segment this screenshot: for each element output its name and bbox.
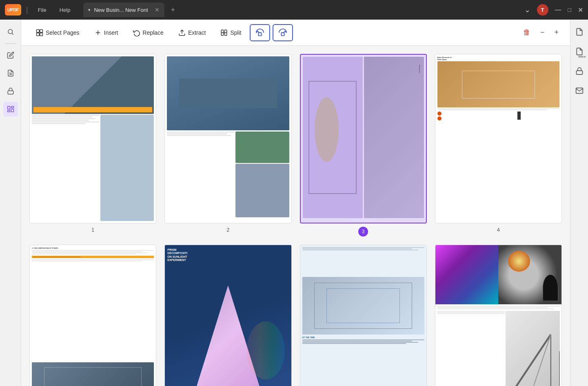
- page-item-1[interactable]: 1: [29, 54, 156, 237]
- page-number-1: 1: [91, 227, 94, 233]
- title-bar-controls: ⌄ T — □ ✕: [524, 4, 583, 16]
- extract-button[interactable]: Extract: [172, 26, 213, 40]
- sidebar-icon-search[interactable]: [3, 25, 18, 39]
- tab-close-button[interactable]: ✕: [155, 7, 160, 13]
- svg-line-21: [515, 334, 551, 386]
- tab-area: ▾ New Busin... New Font ✕: [83, 2, 164, 17]
- replace-button[interactable]: Replace: [126, 26, 170, 40]
- updf-logo: UPDF: [5, 4, 21, 16]
- chevron-down-icon[interactable]: ⌄: [524, 5, 530, 14]
- svg-rect-7: [11, 109, 13, 112]
- right-icon-security[interactable]: [572, 64, 587, 78]
- main-container: Select Pages Insert Replace: [0, 20, 588, 386]
- zoom-out-button[interactable]: −: [537, 27, 548, 38]
- title-bar-divider: |: [26, 6, 28, 14]
- page-thumbnail-4[interactable]: Basic Elements ofPlane Space: [435, 54, 562, 223]
- page-item-2[interactable]: 2: [164, 54, 291, 237]
- svg-rect-20: [281, 33, 284, 36]
- page-thumbnail-5[interactable]: 3. THE COMPOSITION OF POINTS: [29, 245, 156, 386]
- page-item-4[interactable]: Basic Elements ofPlane Space: [435, 54, 562, 237]
- right-sidebar: PDF/A: [570, 20, 588, 386]
- pages-container[interactable]: 1: [21, 46, 570, 386]
- rotate-left-button[interactable]: [250, 24, 270, 41]
- svg-rect-11: [37, 33, 40, 36]
- right-icon-pdfa[interactable]: PDF/A: [572, 44, 587, 59]
- split-button[interactable]: Split: [214, 26, 248, 40]
- svg-rect-9: [37, 29, 40, 32]
- svg-line-24: [533, 334, 551, 386]
- left-sidebar: [0, 20, 21, 386]
- title-bar: UPDF | File Help ▾ New Busin... New Font…: [0, 0, 588, 20]
- page-item-3[interactable]: Geometric 3: [300, 54, 427, 237]
- page-number-4: 4: [497, 227, 500, 233]
- svg-rect-8: [7, 110, 10, 112]
- rotate-right-button[interactable]: [273, 24, 293, 41]
- sidebar-divider: [5, 43, 16, 44]
- zoom-in-button[interactable]: +: [551, 27, 562, 38]
- select-pages-button[interactable]: Select Pages: [29, 26, 86, 40]
- toolbar-right: 🗑 − +: [520, 27, 562, 38]
- page-item-6[interactable]: PRISMDECOMPOSITION SUNLIGHTEXPERIMENT: [164, 245, 291, 386]
- page-thumbnail-1[interactable]: [29, 54, 156, 223]
- svg-line-1: [12, 33, 13, 34]
- page-number-badge-3: 3: [358, 227, 368, 237]
- window-maximize-button[interactable]: □: [568, 7, 571, 13]
- window-close-button[interactable]: ✕: [578, 6, 583, 14]
- page-thumbnail-6[interactable]: PRISMDECOMPOSITION SUNLIGHTEXPERIMENT: [164, 245, 291, 386]
- svg-rect-6: [11, 106, 13, 108]
- sidebar-icon-edit[interactable]: [3, 48, 18, 62]
- right-icon-mail[interactable]: [572, 83, 587, 98]
- page-item-8[interactable]: 8: [435, 245, 562, 386]
- svg-point-0: [8, 29, 13, 34]
- menu-file[interactable]: File: [33, 5, 51, 15]
- page-item-7[interactable]: AT THE TIME 7: [300, 245, 427, 386]
- delete-button[interactable]: 🗑: [520, 27, 534, 38]
- svg-rect-19: [258, 33, 261, 36]
- svg-rect-10: [40, 29, 43, 32]
- page-thumbnail-7[interactable]: AT THE TIME: [300, 245, 427, 386]
- sidebar-icon-organize[interactable]: [3, 102, 18, 116]
- tab-dropdown-icon[interactable]: ▾: [88, 7, 91, 13]
- page-thumbnail-8[interactable]: [435, 245, 562, 386]
- pages-grid: 1: [29, 54, 562, 386]
- svg-rect-12: [40, 33, 43, 36]
- menu-help[interactable]: Help: [55, 5, 75, 15]
- tab-title: New Busin... New Font: [94, 7, 148, 13]
- svg-rect-4: [8, 91, 13, 94]
- new-tab-button[interactable]: +: [171, 6, 175, 14]
- svg-rect-25: [576, 71, 582, 74]
- toolbar: Select Pages Insert Replace: [21, 20, 570, 46]
- sidebar-icon-security[interactable]: [3, 84, 18, 98]
- page-item-5[interactable]: 3. THE COMPOSITION OF POINTS: [29, 245, 156, 386]
- svg-rect-5: [7, 106, 10, 109]
- right-icon-document[interactable]: [572, 25, 587, 39]
- page-thumbnail-2[interactable]: [164, 54, 291, 223]
- sidebar-icon-annotate[interactable]: [3, 66, 18, 80]
- page-number-2: 2: [226, 227, 229, 233]
- page-thumbnail-3[interactable]: Geometric: [300, 54, 427, 223]
- user-avatar[interactable]: T: [537, 4, 548, 16]
- insert-button[interactable]: Insert: [88, 26, 125, 40]
- content-area: Select Pages Insert Replace: [21, 20, 570, 386]
- window-minimize-button[interactable]: —: [555, 6, 561, 13]
